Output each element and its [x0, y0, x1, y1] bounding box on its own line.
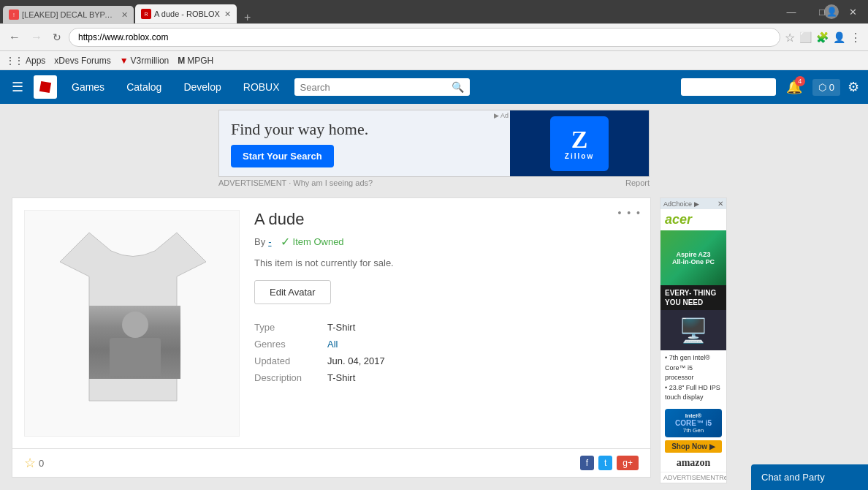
search-input[interactable]: [300, 82, 447, 93]
acer-product-image: Aspire AZ3 All-in-One PC: [660, 230, 726, 285]
shop-now-btn[interactable]: Shop Now ▶: [665, 440, 722, 453]
svg-rect-1: [39, 81, 51, 93]
notification-button[interactable]: 🔔 4: [783, 76, 805, 98]
meta-label-genres: Genres: [254, 339, 327, 350]
meta-value-genres[interactable]: All: [327, 339, 639, 350]
close-button[interactable]: ✕: [837, 0, 868, 23]
browser-window: 👤 ! [LEAKED] DECAL BYPASS... ✕ R A dude …: [0, 0, 868, 70]
edit-avatar-button[interactable]: Edit Avatar: [254, 280, 331, 304]
amazon-logo-area: amazon: [660, 456, 726, 472]
rating-bar: ☆ 0 f t g+: [12, 449, 651, 478]
reload-button[interactable]: ↻: [50, 30, 64, 45]
menu-icon[interactable]: ⋮: [850, 31, 862, 45]
settings-icon[interactable]: ⚙: [848, 79, 859, 95]
bookmark-apps[interactable]: ⋮⋮ Apps: [6, 56, 45, 66]
tab-close-leaked[interactable]: ✕: [121, 10, 128, 20]
main-column: • • • A dude By - ✓ Item Owned: [12, 197, 651, 490]
acer-model: Aspire AZ3 All-in-One PC: [672, 251, 715, 265]
apps-icon: ⋮⋮: [6, 56, 23, 66]
bookmark-mpgh[interactable]: M MPGH: [178, 56, 213, 66]
item-by-row: By - ✓ Item Owned: [254, 235, 639, 249]
meta-value-updated: Jun. 04, 2017: [327, 355, 639, 366]
intel-core: CORE™ i5: [669, 419, 718, 427]
search-bar: 🔍: [294, 78, 470, 96]
acer-monitor-section: 🖥️: [660, 310, 726, 350]
nav-link-games[interactable]: Games: [64, 75, 112, 99]
nav-search-secondary[interactable]: [681, 78, 776, 96]
star-icon[interactable]: ☆: [24, 455, 36, 471]
item-by: By -: [254, 236, 272, 247]
robux-display[interactable]: ⬡ 0: [812, 79, 840, 96]
acer-features: • 7th gen Intel® Core™ i5 processor • 23…: [660, 350, 726, 406]
ad-disclaimer-row: ADVERTISEMENT · Why am I seeing ads? Rep…: [218, 177, 650, 189]
hamburger-menu[interactable]: ☰: [9, 76, 26, 98]
owned-label: Item Owned: [293, 236, 344, 247]
more-options-button[interactable]: • • •: [618, 207, 642, 219]
meta-value-desc: T-Shirt: [327, 372, 639, 383]
rating-count: 0: [39, 458, 44, 469]
meta-label-updated: Updated: [254, 355, 327, 366]
tab-bar: 👤 ! [LEAKED] DECAL BYPASS... ✕ R A dude …: [0, 0, 868, 23]
sidebar-report-link[interactable]: Report: [719, 474, 727, 481]
content-area: • • • A dude By - ✓ Item Owned: [0, 192, 868, 490]
bookmarks-bar: ⋮⋮ Apps xDevs Forums ▼ V3rmillion M MPGH: [0, 51, 868, 70]
mpgh-icon: M: [178, 56, 185, 66]
forward-button[interactable]: →: [28, 29, 45, 45]
tab-roblox[interactable]: R A dude - ROBLOX ✕: [135, 4, 237, 23]
item-meta-table: Type T-Shirt Genres All Updated Jun. 04,…: [254, 322, 639, 383]
intel-gen: 7th Gen: [669, 427, 718, 434]
check-icon: ✓: [281, 235, 290, 249]
acer-tagline-text: EVERY- THING YOU NEED: [665, 289, 716, 306]
intel-logo: Intel®: [669, 412, 718, 419]
ad-text: Find your way home. Start Your Search: [231, 120, 637, 167]
tab-label-roblox: A dude - ROBLOX: [154, 10, 220, 18]
xdevs-label: xDevs Forums: [54, 56, 110, 66]
bookmark-v3rmillion[interactable]: ▼ V3rmillion: [120, 56, 170, 66]
nav-link-robux[interactable]: ROBUX: [236, 75, 287, 99]
nav-link-catalog[interactable]: Catalog: [119, 75, 169, 99]
ad-tagline: Find your way home.: [231, 120, 637, 139]
cast-icon[interactable]: ⬜: [799, 31, 812, 43]
bookmark-star-icon[interactable]: ☆: [785, 31, 795, 45]
ad-disclaimer-left: ADVERTISEMENT · Why am I seeing ads?: [218, 178, 373, 187]
roblox-logo[interactable]: [34, 75, 57, 99]
item-card: • • • A dude By - ✓ Item Owned: [12, 197, 651, 449]
robux-amount: 0: [829, 82, 834, 93]
acer-tagline-bar: EVERY- THING YOU NEED: [660, 285, 726, 310]
googleplus-share[interactable]: g+: [617, 456, 639, 470]
minimize-button[interactable]: —: [776, 0, 807, 23]
right-sidebar: AdChoice ▶ ✕ acer Aspire AZ3 All-in-One …: [660, 197, 727, 490]
search-icon[interactable]: 🔍: [452, 81, 464, 93]
mpgh-label: MPGH: [187, 56, 213, 66]
window-controls: — □ ✕: [776, 0, 868, 23]
bookmark-xdevs[interactable]: xDevs Forums: [54, 56, 110, 66]
new-tab-button[interactable]: +: [238, 12, 256, 23]
ad-cta-button[interactable]: Start Your Search: [231, 145, 334, 167]
person-head: [122, 312, 148, 338]
twitter-share[interactable]: t: [598, 456, 612, 470]
item-creator-link[interactable]: -: [268, 236, 271, 247]
facebook-share[interactable]: f: [580, 456, 594, 470]
nav-link-develop[interactable]: Develop: [176, 75, 228, 99]
ad-close-icon[interactable]: ✕: [717, 200, 723, 208]
tab-close-roblox[interactable]: ✕: [224, 10, 231, 19]
tab-favicon-leaked: !: [9, 10, 19, 20]
extensions-icon[interactable]: 🧩: [816, 31, 829, 43]
tab-leaked[interactable]: ! [LEAKED] DECAL BYPASS... ✕: [3, 6, 134, 23]
account-icon[interactable]: 👤: [833, 31, 845, 43]
back-button[interactable]: ←: [6, 29, 23, 45]
acer-ad: AdChoice ▶ ✕ acer Aspire AZ3 All-in-One …: [660, 197, 727, 483]
social-share: f t g+: [580, 456, 639, 470]
star-rating: ☆ 0: [24, 455, 44, 471]
page-body: Find your way home. Start Your Search Z …: [0, 104, 868, 490]
address-input[interactable]: [69, 28, 780, 47]
owned-badge: ✓ Item Owned: [281, 235, 344, 249]
roblox-navbar: ☰ Games Catalog Develop ROBUX 🔍 🔔 4 ⬡ 0 …: [0, 70, 868, 104]
sidebar-ad-label: ADVERTISEMENT: [663, 474, 719, 481]
chat-bar[interactable]: Chat and Party: [751, 464, 868, 490]
meta-label-type: Type: [254, 322, 327, 333]
acer-model-name: Aspire AZ3: [676, 251, 710, 258]
meta-label-desc: Description: [254, 372, 327, 383]
ad-report-link[interactable]: Report: [625, 178, 650, 187]
maximize-button[interactable]: □: [807, 0, 837, 23]
